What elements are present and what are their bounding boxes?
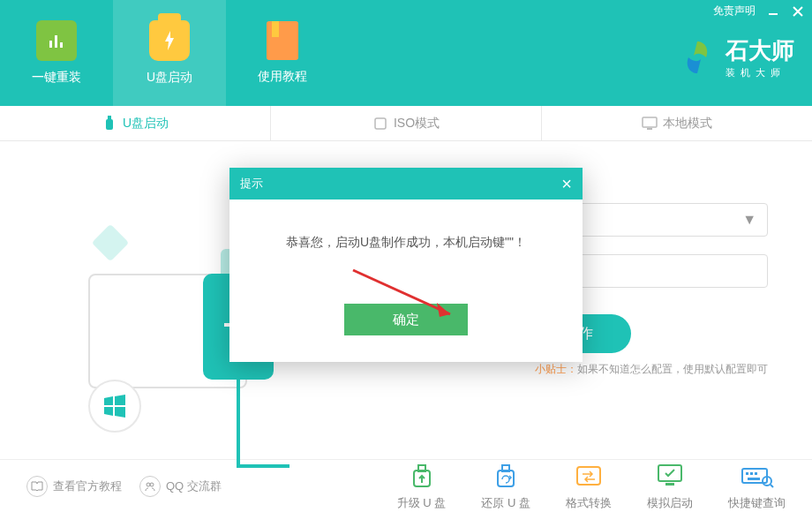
dialog-body: 恭喜您，启动U盘制作成功，本机启动键""！ 确定 (229, 200, 583, 362)
modal-overlay: 提示 × 恭喜您，启动U盘制作成功，本机启动键""！ 确定 (0, 0, 812, 512)
dialog-title: 提示 (240, 176, 263, 192)
success-dialog: 提示 × 恭喜您，启动U盘制作成功，本机启动键""！ 确定 (229, 168, 583, 362)
dialog-header: 提示 × (229, 168, 583, 200)
pointer-arrow-icon (344, 266, 468, 328)
dialog-message: 恭喜您，启动U盘制作成功，本机启动键""！ (247, 235, 565, 251)
dialog-close-button[interactable]: × (561, 174, 572, 194)
